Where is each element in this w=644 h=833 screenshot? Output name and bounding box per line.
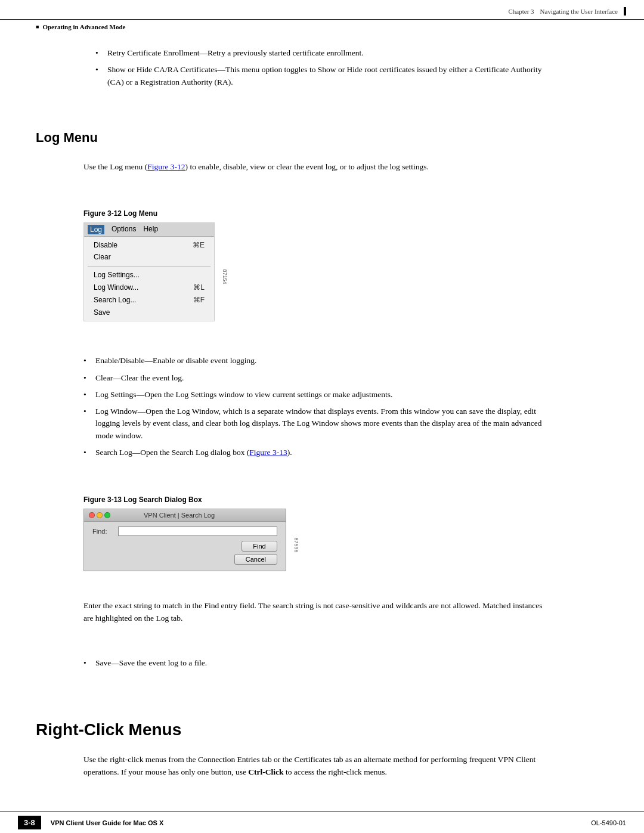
list-item: Save—Save the event log to a file. — [83, 657, 549, 669]
close-button[interactable] — [89, 512, 95, 518]
chapter-label: Chapter 3 — [509, 8, 534, 15]
find-button[interactable]: Find — [242, 541, 277, 552]
chapter-title: Navigating the User Interface — [540, 8, 618, 15]
log-menu-heading-container: Log Menu — [0, 112, 644, 145]
list-item: Retry Certificate Enrollment—Retry a pre… — [95, 47, 549, 59]
sub-header: Operating in Advanced Mode — [0, 20, 644, 34]
options-menu[interactable]: Options — [112, 225, 136, 234]
cancel-button-row: Cancel — [92, 554, 277, 565]
log-menu-ui: Log Options Help Disable⌘E Clear Log Set… — [83, 222, 215, 322]
menu-item-clear[interactable]: Clear — [84, 251, 214, 264]
find-input[interactable] — [118, 527, 277, 536]
figure-3-13-id: 87596 — [293, 537, 299, 552]
save-bullet-list: Save—Save the event log to a file. — [83, 657, 549, 669]
cancel-button[interactable]: Cancel — [234, 554, 277, 565]
log-menu-intro-text: Use the Log menu (Figure 3-12) to enable… — [83, 161, 549, 174]
log-menu-heading: Log Menu — [36, 130, 626, 145]
search-log-description: Enter the exact string to match in the F… — [0, 593, 566, 645]
page-number: 3-8 — [18, 816, 41, 829]
header-rule — [624, 7, 626, 16]
menu-item-log-window[interactable]: Log Window...⌘L — [84, 281, 214, 294]
minimize-button[interactable] — [97, 512, 103, 518]
top-bullet-list: Retry Certificate Enrollment—Retry a pre… — [95, 47, 549, 88]
button-row: Find — [92, 541, 277, 552]
right-click-body: Use the right-click menus from the Conne… — [0, 749, 566, 799]
dialog-title: VPN Client | Search Log — [144, 512, 215, 519]
list-item: Enable/Disable—Enable or disable event l… — [83, 355, 549, 367]
top-bullets-section: Retry Certificate Enrollment—Retry a pre… — [0, 34, 566, 112]
right-click-heading: Right-Click Menus — [36, 720, 626, 739]
search-log-desc-text: Enter the exact string to match in the F… — [83, 600, 549, 625]
find-label: Find: — [92, 528, 113, 535]
figure-3-13-container: Figure 3-13 Log Search Dialog Box VPN Cl… — [0, 482, 566, 593]
maximize-button[interactable] — [104, 512, 110, 518]
menu-item-disable[interactable]: Disable⌘E — [84, 239, 214, 252]
figure-3-12-label: Figure 3-12 Log Menu — [83, 209, 549, 218]
figure-3-13-link[interactable]: Figure 3-13 — [249, 448, 287, 457]
page-header: Chapter 3 Navigating the User Interface — [0, 0, 644, 20]
list-item: Log Window—Open the Log Window, which is… — [83, 405, 549, 442]
log-menu-figure: Log Options Help Disable⌘E Clear Log Set… — [83, 222, 215, 332]
find-row: Find: — [92, 527, 277, 536]
figure-3-12-container: Figure 3-12 Log Menu Log Options Help Di… — [0, 194, 566, 343]
menu-item-log-settings[interactable]: Log Settings... — [84, 269, 214, 281]
right-click-heading-container: Right-Click Menus — [0, 693, 644, 739]
page-footer: 3-8 VPN Client User Guide for Mac OS X O… — [0, 812, 644, 833]
list-item: Clear—Clear the event log. — [83, 372, 549, 384]
save-bullet-section: Save—Save the event log to a file. — [0, 645, 566, 693]
search-log-dialog-ui: VPN Client | Search Log Find: Find Cance… — [83, 509, 286, 571]
help-menu[interactable]: Help — [143, 225, 158, 234]
list-item: Log Settings—Open the Log Settings windo… — [83, 389, 549, 401]
search-log-dialog: VPN Client | Search Log Find: Find Cance… — [83, 509, 286, 581]
log-bullets-section: Enable/Disable—Enable or disable event l… — [0, 343, 566, 482]
footer-doc-id: OL-5490-01 — [591, 819, 626, 826]
log-bullet-list: Enable/Disable—Enable or disable event l… — [83, 355, 549, 459]
figure-3-12-id: 87154 — [222, 270, 228, 284]
menu-item-save[interactable]: Save — [84, 306, 214, 319]
menu-separator — [88, 266, 210, 267]
log-menu-intro: Use the Log menu (Figure 3-12) to enable… — [0, 155, 566, 194]
log-menu-dropdown: Disable⌘E Clear Log Settings... Log Wind… — [84, 237, 214, 321]
figure-3-12-link[interactable]: Figure 3-12 — [147, 162, 185, 171]
dialog-body: Find: Find Cancel — [84, 522, 286, 571]
sub-header-text: Operating in Advanced Mode — [42, 23, 125, 30]
right-click-body-text: Use the right-click menus from the Conne… — [83, 754, 549, 779]
figure-3-13-label: Figure 3-13 Log Search Dialog Box — [83, 496, 549, 504]
list-item: Search Log—Open the Search Log dialog bo… — [83, 447, 549, 459]
footer-doc-title: VPN Client User Guide for Mac OS X — [51, 819, 591, 826]
ctrl-click-bold: Ctrl-Click — [248, 767, 283, 776]
log-menu-active[interactable]: Log — [88, 225, 104, 234]
dialog-titlebar: VPN Client | Search Log — [84, 509, 286, 522]
log-menu-menubar: Log Options Help — [84, 223, 214, 237]
menu-item-search-log[interactable]: Search Log...⌘F — [84, 294, 214, 306]
titlebar-buttons — [89, 512, 110, 518]
list-item: Show or Hide CA/RA Certificates—This men… — [95, 64, 549, 88]
